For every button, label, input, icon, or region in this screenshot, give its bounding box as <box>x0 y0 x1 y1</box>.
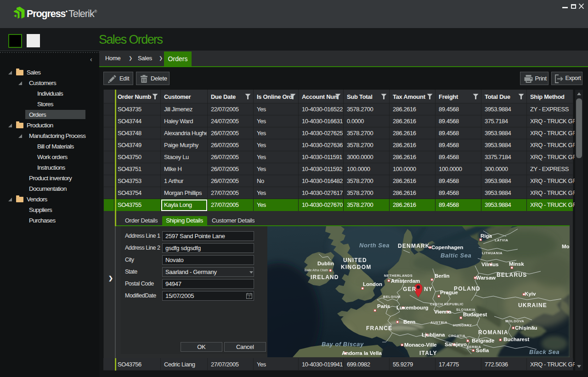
svg-text:London: London <box>363 281 382 287</box>
svg-text:Sarajevo: Sarajevo <box>445 342 467 347</box>
svg-text:Monaco-Ville: Monaco-Ville <box>404 342 437 348</box>
svg-text:GER: GER <box>403 286 417 292</box>
svg-text:Baile Atha Cliath: Baile Atha Cliath <box>305 268 328 272</box>
svg-text:Paris: Paris <box>377 303 390 309</box>
svg-text:7: 7 <box>249 295 250 298</box>
svg-text:Dublin: Dublin <box>317 261 334 266</box>
svg-text:Chișinău: Chișinău <box>515 325 537 331</box>
svg-text:Bern: Bern <box>403 319 415 325</box>
svg-text:CROATIA: CROATIA <box>448 334 465 338</box>
svg-text:Amsterdam: Amsterdam <box>391 278 420 284</box>
svg-text:CZECH REPUBLIC: CZECH REPUBLIC <box>430 302 464 306</box>
svg-text:SLOVAKIA: SLOVAKIA <box>456 308 475 312</box>
svg-text:MOLDOVA: MOLDOVA <box>505 319 524 323</box>
svg-text:UKRAINE: UKRAINE <box>518 302 547 308</box>
svg-text:HUNGARY: HUNGARY <box>453 323 472 327</box>
svg-text:Bay of Biscay: Bay of Biscay <box>322 341 364 348</box>
svg-text:Kyiv: Kyiv <box>525 291 536 297</box>
svg-text:LATVIA: LATVIA <box>495 238 509 242</box>
svg-text:Warsaw: Warsaw <box>476 275 496 280</box>
svg-text:Budapest: Budapest <box>463 312 487 317</box>
svg-text:Vilnius: Vilnius <box>481 262 499 267</box>
svg-text:FRANCE: FRANCE <box>366 325 392 331</box>
svg-text:Bucharest: Bucharest <box>503 337 529 342</box>
svg-text:Minsk: Minsk <box>509 261 524 267</box>
svg-text:ITALY: ITALY <box>419 350 437 356</box>
svg-text:Vienna: Vienna <box>434 309 452 314</box>
svg-text:NETHERLANDS: NETHERLANDS <box>384 274 413 278</box>
svg-text:Sofia: Sofia <box>476 348 489 353</box>
svg-text:KINGDOM: KINGDOM <box>341 264 371 270</box>
svg-text:Ljubljana: Ljubljana <box>422 332 445 337</box>
svg-text:Riga: Riga <box>481 233 492 239</box>
svg-text:BELARUS: BELARUS <box>497 272 527 278</box>
svg-text:Mo: Mo <box>562 244 570 249</box>
svg-text:AUSTRIA: AUSTRIA <box>430 320 447 325</box>
svg-text:IRELAND: IRELAND <box>311 274 339 280</box>
svg-text:Baltic Sea: Baltic Sea <box>441 252 471 259</box>
svg-text:Belgrade: Belgrade <box>472 338 494 343</box>
svg-text:ROMANIA: ROMANIA <box>478 329 509 336</box>
svg-text:LITHUANIA: LITHUANIA <box>482 251 503 255</box>
svg-text:DENMARK: DENMARK <box>398 243 430 249</box>
svg-text:North Sea: North Sea <box>359 242 390 249</box>
svg-text:Prague: Prague <box>440 290 458 295</box>
svg-text:UNITED: UNITED <box>343 257 367 263</box>
svg-text:Andorra la Vella: Andorra la Vella <box>342 350 382 356</box>
svg-text:Berlin: Berlin <box>435 273 450 279</box>
svg-text:Luxembourg: Luxembourg <box>396 305 429 310</box>
svg-text:BELGIUM: BELGIUM <box>383 295 401 299</box>
svg-text:Copenhagen: Copenhagen <box>431 245 464 250</box>
svg-text:Black Sea: Black Sea <box>529 348 560 355</box>
svg-text:NY: NY <box>424 286 433 292</box>
